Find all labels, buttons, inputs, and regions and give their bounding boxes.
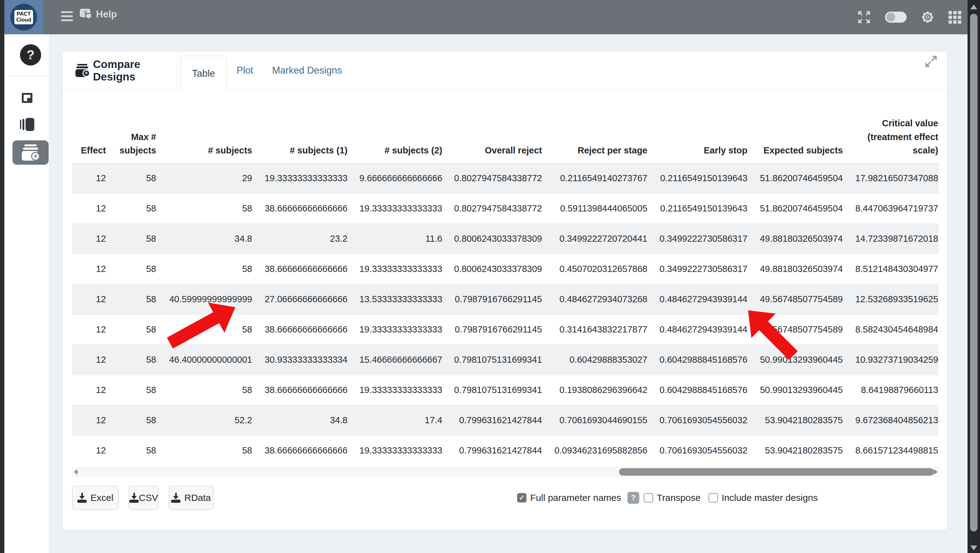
question-avatar[interactable]: ? [20, 44, 41, 65]
help-label: Help [96, 9, 117, 20]
column-header: # subjects (2) [348, 112, 443, 163]
table-row: 125852.234.817.40.7996316214278440.70616… [72, 405, 939, 435]
sidebar-divider [8, 76, 48, 76]
scroll-up-arrow-icon[interactable] [970, 4, 977, 10]
table-header-row: EffectMax # subjects# subjects# subjects… [72, 112, 939, 163]
download-icon [171, 493, 180, 503]
top-bar: PACT Cloud ? Help [0, 0, 980, 34]
table-footer-controls: ExcelCSVRData ✓Full parameter names?Tran… [72, 486, 939, 510]
table-row: 125846.4000000000000130.9333333333333415… [72, 345, 939, 375]
logo-line1: PACT [16, 11, 31, 17]
checkbox-box[interactable] [644, 493, 653, 502]
download-icon [129, 493, 135, 503]
sidebar-item-cards[interactable] [20, 118, 34, 131]
tab-marked-designs[interactable]: Marked Designs [272, 51, 342, 89]
tab-plot[interactable]: Plot [237, 51, 253, 89]
scroll-right-arrow-icon[interactable] [934, 469, 938, 475]
checkbox-box[interactable] [708, 493, 718, 502]
column-header: Max # subjects [107, 112, 157, 163]
column-header: # subjects (1) [253, 112, 348, 163]
help-chat-icon: ? [80, 9, 93, 20]
table-row: 12585838.6666666666666619.33333333333333… [72, 193, 939, 224]
pact-cloud-logo-icon: PACT Cloud [10, 4, 37, 30]
export-buttons: ExcelCSVRData [72, 486, 213, 510]
table-body: 12582919.333333333333339.666666666666666… [72, 163, 939, 466]
download-icon [77, 493, 87, 503]
help-badge[interactable]: ? [627, 492, 639, 504]
main-content: + Compare Designs Table Plot Marked Desi… [49, 34, 967, 553]
table-horizontal-scrollbar[interactable] [72, 467, 939, 477]
scroll-down-arrow-icon[interactable] [970, 545, 977, 550]
table-row: 12585838.6666666666666619.33333333333333… [72, 375, 939, 405]
table-row: 125834.823.211.60.80062430333783090.3499… [72, 224, 939, 254]
table-row: 125840.5999999999999927.0666666666666613… [72, 284, 939, 314]
arrows-out-icon[interactable] [857, 10, 871, 24]
sidebar: ? + [4, 34, 49, 553]
checkbox-full-parameter-names[interactable]: ✓Full parameter names? [517, 486, 639, 510]
column-header: Expected subjects [748, 112, 843, 163]
page-title: Compare Designs [93, 58, 177, 83]
dark-mode-toggle[interactable] [885, 11, 907, 23]
scroll-left-arrow-icon[interactable] [74, 469, 78, 475]
table-row: 12585838.6666666666666619.33333333333333… [72, 254, 939, 284]
hamburger-menu-icon[interactable] [61, 11, 73, 23]
plus-badge-icon: + [31, 152, 40, 161]
card-header: + Compare Designs Table Plot Marked Desi… [63, 51, 947, 89]
scrollbar-thumb[interactable] [619, 468, 934, 476]
expand-icon[interactable] [924, 54, 938, 68]
column-header: Effect [72, 112, 107, 163]
designs-table: EffectMax # subjects# subjects# subjects… [72, 112, 939, 466]
gear-icon[interactable] [921, 10, 935, 24]
column-header: Overall reject [443, 112, 542, 163]
help-button[interactable]: ? Help [80, 9, 117, 20]
compare-designs-icon: + [21, 144, 41, 161]
tab-table[interactable]: Table [180, 56, 227, 91]
column-header: Reject per stage [542, 112, 648, 163]
card-title-box: + Compare Designs [63, 51, 177, 89]
export-rdata-button[interactable]: RData [169, 486, 213, 510]
column-header: # subjects [157, 112, 253, 163]
export-csv-button[interactable]: CSV [129, 486, 159, 510]
column-header: Critical value (treatment effect scale) [843, 112, 939, 163]
logo-line2: Cloud [16, 17, 31, 23]
grid-icon[interactable] [948, 11, 961, 24]
column-header: Early stop [648, 112, 748, 163]
browser-vertical-scrollbar[interactable] [967, 0, 980, 553]
table-row: 12582919.333333333333339.666666666666666… [72, 163, 939, 193]
compare-designs-title-icon: + [75, 64, 89, 77]
table-row: 12585838.6666666666666619.33333333333333… [72, 435, 939, 466]
export-excel-button[interactable]: Excel [72, 486, 119, 510]
checkbox-include-master-designs[interactable]: Include master designs [708, 486, 818, 510]
app-logo[interactable]: PACT Cloud [4, 0, 43, 34]
plus-badge-icon: + [83, 70, 90, 77]
sidebar-item-designs[interactable] [22, 93, 32, 103]
window-edge [0, 0, 4, 553]
vertical-scrollbar-thumb[interactable] [970, 14, 977, 531]
table-row: 12585838.6666666666666619.33333333333333… [72, 314, 939, 345]
compare-designs-card: + Compare Designs Table Plot Marked Desi… [62, 51, 948, 530]
checkbox-box[interactable]: ✓ [517, 493, 527, 502]
checkbox-transpose[interactable]: Transpose [644, 486, 701, 510]
sidebar-item-compare-designs[interactable]: + [13, 140, 49, 165]
